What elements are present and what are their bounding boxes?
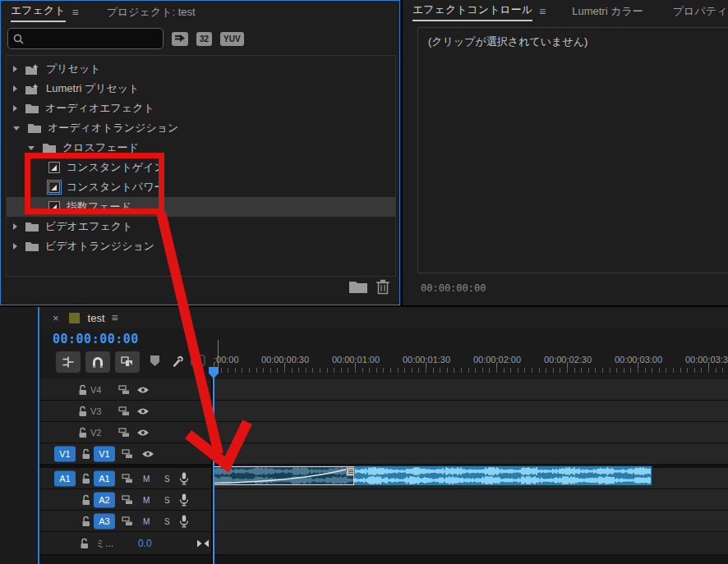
time-ruler-minor-ticks[interactable] [214, 368, 728, 373]
tree-item-crossfade[interactable]: クロスフェード [7, 138, 395, 158]
track-header-a3[interactable]: A3 M S [39, 511, 211, 532]
sync-lock-icon[interactable] [118, 428, 130, 438]
track-target-v1-badge[interactable]: V1 [94, 446, 115, 461]
lock-icon[interactable] [77, 384, 88, 396]
track-target-a3-badge[interactable]: A3 [94, 513, 115, 529]
add-marker-button[interactable] [150, 355, 160, 367]
effect-controls-panel-menu-icon[interactable]: ≡ [539, 5, 546, 18]
insert-overwrite-nest-toggle-button[interactable] [56, 351, 81, 373]
effects-panel-menu-icon[interactable]: ≡ [72, 6, 79, 19]
snap-toggle-button[interactable] [85, 351, 110, 373]
chevron-down-icon[interactable] [13, 126, 20, 131]
keyframe-navigator-icon[interactable] [197, 539, 209, 547]
sync-lock-icon[interactable] [122, 516, 133, 526]
eye-icon[interactable] [141, 449, 154, 458]
sync-lock-icon[interactable] [118, 406, 130, 416]
track-header-v2[interactable]: V2 [39, 422, 211, 443]
chevron-right-icon[interactable] [13, 85, 17, 92]
solo-button[interactable]: S [164, 495, 170, 504]
solo-button[interactable]: S [164, 474, 170, 483]
voiceover-record-mic-icon[interactable] [179, 493, 189, 507]
sync-lock-icon[interactable] [122, 495, 133, 505]
tab-lumetri-color[interactable]: Lumetri カラー [572, 4, 643, 19]
track-content-v3[interactable] [213, 401, 728, 422]
voiceover-record-mic-icon[interactable] [179, 515, 189, 528]
track-target-a2-badge[interactable]: A2 [94, 492, 115, 507]
lock-icon[interactable] [81, 516, 91, 527]
mute-button[interactable]: M [143, 474, 150, 483]
sync-lock-icon[interactable] [122, 474, 133, 484]
timeline-settings-wrench-icon[interactable] [169, 355, 186, 369]
chevron-down-icon[interactable] [28, 146, 35, 150]
close-sequence-icon[interactable]: × [53, 312, 59, 324]
folder-icon [28, 123, 41, 133]
transition-edit-handle[interactable] [346, 467, 355, 476]
chevron-right-icon[interactable] [13, 243, 17, 250]
solo-button[interactable]: S [164, 516, 170, 525]
source-patch-a1-badge[interactable]: A1 [54, 470, 76, 486]
track-header-v3[interactable]: V3 [39, 401, 211, 422]
tab-project[interactable]: プロジェクト: test [107, 5, 196, 20]
master-track-header[interactable]: ミ... 0.0 [39, 532, 211, 555]
voiceover-record-mic-icon[interactable] [179, 472, 189, 485]
tab-properties[interactable]: プロパティ [673, 4, 728, 19]
lock-icon[interactable] [79, 538, 90, 549]
audio-clip-a1[interactable] [214, 466, 652, 485]
track-header-a1[interactable]: A1 A1 M S [39, 468, 211, 489]
lock-icon[interactable] [77, 406, 88, 417]
chevron-right-icon[interactable] [13, 66, 17, 72]
effects-search-box[interactable] [7, 28, 164, 49]
track-header-a2[interactable]: A2 M S [39, 489, 211, 511]
tree-item-constant-power[interactable]: コンスタントパワー [7, 177, 395, 197]
track-content-a3[interactable] [213, 511, 728, 532]
track-header-v1[interactable]: V1 V1 [39, 443, 211, 465]
playhead-line[interactable] [213, 377, 214, 564]
tree-item-audio-transitions[interactable]: オーディオトランジション [7, 118, 395, 138]
32bit-effects-filter-badge[interactable]: 32 [196, 32, 212, 46]
sync-lock-icon[interactable] [118, 385, 130, 395]
source-patch-v1-badge[interactable]: V1 [54, 446, 76, 461]
accelerated-effects-filter-badge[interactable] [172, 32, 188, 46]
playhead-timecode[interactable]: 00:00:00:00 [53, 332, 139, 346]
tree-item-audio-effects[interactable]: オーディオエフェクト [7, 99, 395, 118]
mute-button[interactable]: M [143, 516, 150, 525]
captions-icon[interactable] [191, 355, 205, 366]
lock-icon[interactable] [81, 473, 91, 484]
track-content-v1[interactable] [213, 443, 728, 465]
track-target-a1-badge[interactable]: A1 [94, 470, 115, 486]
timeline-panel-menu-icon[interactable]: ≡ [112, 311, 118, 324]
new-custom-bin-button[interactable] [349, 280, 367, 293]
playhead-stem[interactable] [218, 340, 219, 367]
track-header-v4[interactable]: V4 [39, 379, 211, 401]
sync-lock-icon[interactable] [122, 449, 133, 459]
chevron-right-icon[interactable] [13, 105, 17, 112]
track-content-v4[interactable] [213, 379, 728, 401]
delete-custom-item-button[interactable] [376, 279, 389, 295]
linked-selection-toggle-button[interactable] [115, 351, 140, 373]
tab-effects[interactable]: エフェクト [11, 3, 66, 22]
yuv-effects-filter-badge[interactable]: YUV [220, 32, 244, 46]
folder-icon [25, 103, 39, 113]
master-track-content[interactable] [213, 532, 728, 555]
tab-effect-controls[interactable]: エフェクトコントロール [412, 2, 532, 21]
lock-icon[interactable] [81, 448, 91, 460]
tree-item-lumetri-presets[interactable]: Lumetri プリセット [7, 79, 395, 99]
tree-item-video-effects[interactable]: ビデオエフェクト [7, 217, 395, 236]
tree-item-label: オーディオエフェクト [45, 101, 154, 116]
track-content-a2[interactable] [213, 489, 728, 511]
lock-icon[interactable] [77, 427, 88, 438]
track-content-v2[interactable] [213, 422, 728, 443]
eye-icon[interactable] [136, 406, 150, 415]
tree-item-presets[interactable]: プリセット [7, 59, 395, 79]
chevron-right-icon[interactable] [13, 223, 17, 230]
eye-icon[interactable] [136, 385, 150, 394]
mute-button[interactable]: M [143, 495, 150, 504]
sequence-tab-label[interactable]: test [88, 312, 105, 324]
eye-icon[interactable] [136, 428, 150, 437]
tree-item-exponential-fade[interactable]: 指数フェード [7, 197, 395, 217]
tree-item-constant-gain[interactable]: コンスタントゲイン [7, 158, 395, 177]
tree-item-video-transitions[interactable]: ビデオトランジション [7, 236, 395, 256]
master-gain-value[interactable]: 0.0 [138, 538, 152, 549]
search-input[interactable] [29, 32, 155, 45]
lock-icon[interactable] [81, 494, 91, 506]
